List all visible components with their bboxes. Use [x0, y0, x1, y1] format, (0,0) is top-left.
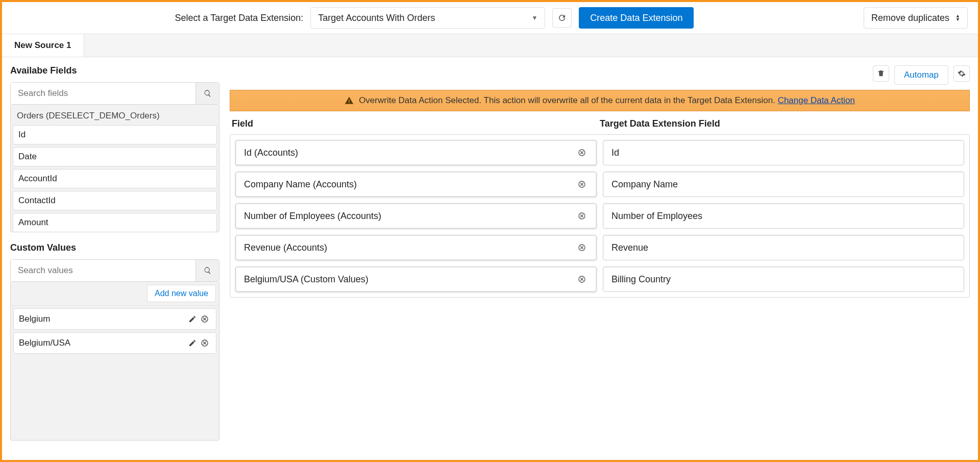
- source-field-label: Id (Accounts): [244, 148, 576, 158]
- field-item[interactable]: Amount: [13, 213, 217, 232]
- search-fields-input[interactable]: [11, 83, 195, 104]
- automap-button[interactable]: Automap: [894, 65, 948, 85]
- mapping-row: Number of Employees (Accounts) Number of…: [235, 203, 964, 229]
- create-data-extension-button[interactable]: Create Data Extension: [579, 7, 694, 29]
- search-fields-button[interactable]: [195, 83, 219, 104]
- warning-icon: [345, 96, 354, 105]
- target-value: Target Accounts With Orders: [318, 13, 435, 23]
- source-field-label: Number of Employees (Accounts): [244, 211, 576, 222]
- field-item[interactable]: Date: [13, 147, 217, 166]
- pencil-icon: [188, 339, 197, 347]
- target-field-cell[interactable]: Id: [603, 140, 964, 165]
- target-data-extension-select[interactable]: Target Accounts With Orders ▼: [310, 7, 545, 29]
- field-item[interactable]: AccountId: [13, 169, 217, 188]
- custom-value-name: Belgium/USA: [19, 338, 186, 348]
- mapping-row: Belgium/USA (Custom Values) Billing Coun…: [235, 266, 964, 292]
- target-field-label: Billing Country: [611, 274, 955, 285]
- tab-row: New Source 1: [2, 34, 978, 57]
- delete-value-button[interactable]: [199, 313, 211, 325]
- mapping-row: Id (Accounts) Id: [235, 140, 964, 165]
- trash-icon: [877, 69, 885, 78]
- search-icon: [204, 266, 212, 275]
- dropdown-caret-icon: ▼: [531, 14, 537, 21]
- custom-values-panel: Add new value Belgium Belgium/USA: [10, 282, 219, 441]
- edit-value-button[interactable]: [186, 337, 199, 349]
- clear-source-button[interactable]: [576, 147, 588, 159]
- search-fields-wrap: [10, 82, 219, 105]
- search-values-button[interactable]: [195, 260, 219, 281]
- mapping-row: Revenue (Accounts) Revenue: [235, 235, 964, 260]
- top-bar: Select a Target Data Extension: Target A…: [2, 2, 978, 34]
- close-circle-icon: [578, 149, 586, 157]
- refresh-button[interactable]: [552, 8, 572, 28]
- clear-source-button[interactable]: [576, 273, 588, 285]
- mapping-row: Company Name (Accounts) Company Name: [235, 172, 964, 197]
- clear-source-button[interactable]: [576, 241, 588, 254]
- field-group-header: Orders (DESELECT_DEMO_Orders): [13, 107, 217, 125]
- target-field-label: Company Name: [611, 179, 955, 190]
- select-target-label: Select a Target Data Extension:: [175, 13, 304, 23]
- main: Automap Overwrite Data Action Selected. …: [230, 65, 970, 441]
- data-action-banner: Overwrite Data Action Selected. This act…: [230, 90, 970, 111]
- source-field-cell[interactable]: Revenue (Accounts): [235, 235, 597, 260]
- target-field-cell[interactable]: Revenue: [603, 235, 964, 260]
- mapping-headers: Field Target Data Extension Field: [230, 111, 970, 134]
- source-field-cell[interactable]: Number of Employees (Accounts): [235, 203, 597, 229]
- source-field-label: Belgium/USA (Custom Values): [244, 274, 576, 285]
- add-value-row: Add new value: [11, 282, 219, 306]
- close-circle-icon: [201, 315, 209, 323]
- available-fields-panel[interactable]: Orders (DESELECT_DEMO_Orders) Id Date Ac…: [10, 105, 219, 232]
- clear-source-button[interactable]: [576, 178, 588, 190]
- custom-value-name: Belgium: [19, 314, 186, 324]
- target-field-cell[interactable]: Billing Country: [603, 266, 964, 292]
- add-new-value-button[interactable]: Add new value: [147, 285, 216, 302]
- search-values-input[interactable]: [11, 260, 195, 281]
- change-data-action-link[interactable]: Change Data Action: [778, 95, 855, 105]
- pencil-icon: [188, 315, 197, 323]
- settings-button[interactable]: [953, 65, 970, 82]
- tab-new-source[interactable]: New Source 1: [2, 34, 84, 57]
- source-field-cell[interactable]: Company Name (Accounts): [235, 172, 597, 197]
- close-circle-icon: [578, 180, 586, 188]
- close-circle-icon: [578, 244, 586, 252]
- source-field-label: Company Name (Accounts): [244, 179, 576, 190]
- close-circle-icon: [578, 275, 586, 283]
- gear-icon: [958, 69, 966, 78]
- clear-mapping-button[interactable]: [873, 65, 889, 82]
- custom-value-item[interactable]: Belgium/USA: [13, 332, 216, 354]
- sort-arrows-icon: ▲▼: [955, 14, 960, 21]
- banner-text: Overwrite Data Action Selected. This act…: [359, 95, 775, 105]
- remove-duplicates-label: Remove duplicates: [871, 13, 949, 23]
- mapping-container: Id (Accounts) Id Company Name (Accounts)…: [230, 134, 970, 298]
- available-fields-title: Availabe Fields: [10, 65, 219, 76]
- column-header-target: Target Data Extension Field: [600, 118, 968, 129]
- target-field-cell[interactable]: Number of Employees: [603, 203, 964, 229]
- refresh-icon: [557, 13, 567, 22]
- custom-value-item[interactable]: Belgium: [13, 308, 216, 330]
- target-field-label: Revenue: [611, 242, 955, 253]
- main-header: Automap: [230, 65, 970, 85]
- search-icon: [204, 89, 212, 98]
- edit-value-button[interactable]: [186, 313, 199, 325]
- custom-values-title: Custom Values: [10, 242, 219, 253]
- clear-source-button[interactable]: [576, 210, 588, 222]
- close-circle-icon: [201, 339, 209, 347]
- field-item[interactable]: ContactId: [13, 191, 217, 210]
- source-field-cell[interactable]: Id (Accounts): [235, 140, 597, 165]
- source-field-cell[interactable]: Belgium/USA (Custom Values): [235, 266, 597, 292]
- delete-value-button[interactable]: [199, 337, 211, 349]
- sidebar: Availabe Fields Orders (DESELECT_DEMO_Or…: [10, 65, 219, 441]
- field-item[interactable]: Id: [13, 125, 217, 144]
- target-field-label: Number of Employees: [611, 211, 955, 222]
- target-field-cell[interactable]: Company Name: [603, 172, 964, 197]
- column-header-field: Field: [232, 118, 600, 129]
- remove-duplicates-select[interactable]: Remove duplicates ▲▼: [864, 7, 968, 29]
- target-field-label: Id: [611, 148, 955, 158]
- content: Availabe Fields Orders (DESELECT_DEMO_Or…: [2, 57, 978, 449]
- search-values-wrap: [10, 259, 219, 282]
- source-field-label: Revenue (Accounts): [244, 242, 576, 253]
- close-circle-icon: [578, 212, 586, 220]
